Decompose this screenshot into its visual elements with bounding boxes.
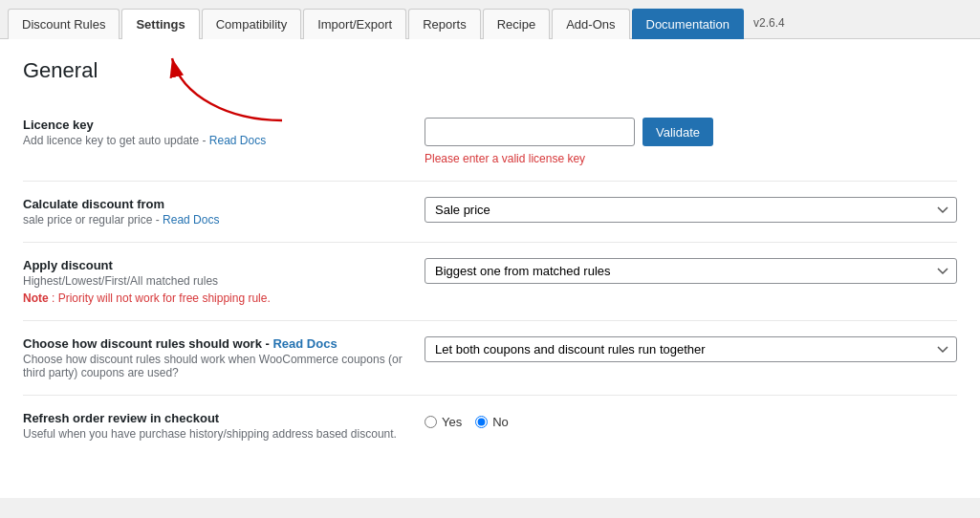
licence-title: Licence key [23, 118, 405, 132]
licence-label-col: Licence key Add licence key to get auto … [23, 118, 405, 147]
version-label: v2.6.4 [753, 16, 785, 30]
apply-label-col: Apply discount Highest/Lowest/First/All … [23, 258, 405, 305]
tab-settings[interactable]: Settings [121, 9, 199, 39]
calculate-description: sale price or regular price - Read Docs [23, 213, 405, 227]
refresh-yes-label[interactable]: Yes [425, 415, 462, 429]
apply-description: Highest/Lowest/First/All matched rules [23, 274, 405, 288]
tab-bar: Discount Rules Settings Compatibility Im… [0, 0, 980, 39]
calculate-read-docs-link[interactable]: Read Docs [163, 213, 219, 227]
calculate-title: Calculate discount from [23, 197, 405, 211]
calculate-label-col: Calculate discount from sale price or re… [23, 197, 405, 227]
tab-import-export[interactable]: Import/Export [303, 9, 406, 39]
licence-row: Validate [425, 118, 957, 146]
refresh-control-col: Yes No [425, 411, 957, 429]
refresh-title: Refresh order review in checkout [23, 411, 405, 425]
calculate-section: Calculate discount from sale price or re… [23, 182, 957, 243]
apply-title: Apply discount [23, 258, 405, 272]
coupon-title: Choose how discount rules should work - … [23, 336, 405, 351]
tab-add-ons[interactable]: Add-Ons [552, 9, 629, 39]
licence-description: Add licence key to get auto update - Rea… [23, 134, 405, 147]
refresh-radio-group: Yes No [425, 411, 957, 429]
refresh-no-label[interactable]: No [475, 415, 509, 429]
refresh-label-col: Refresh order review in checkout Useful … [23, 411, 405, 441]
licence-control-col: Validate Please enter a valid license ke… [425, 118, 957, 165]
refresh-no-radio[interactable] [475, 416, 488, 428]
coupon-control-col: Let both coupons and discount rules run … [425, 336, 957, 362]
coupon-label-col: Choose how discount rules should work - … [23, 336, 405, 379]
main-content: General Licence key Add licence key to g… [0, 39, 980, 498]
apply-note: Note : Priority will not work for free s… [23, 291, 405, 305]
coupon-select[interactable]: Let both coupons and discount rules run … [425, 336, 957, 362]
apply-control-col: Biggest one from matched rules Smallest … [425, 258, 957, 284]
calculate-control-col: Sale price Regular price [425, 197, 957, 223]
licence-read-docs-link[interactable]: Read Docs [209, 134, 266, 147]
coupon-description: Choose how discount rules should work wh… [23, 353, 405, 379]
refresh-yes-radio[interactable] [425, 416, 437, 428]
tab-reports[interactable]: Reports [408, 9, 481, 39]
apply-section: Apply discount Highest/Lowest/First/All … [23, 243, 957, 321]
apply-select[interactable]: Biggest one from matched rules Smallest … [425, 258, 957, 284]
licence-error: Please enter a valid license key [425, 152, 957, 165]
page-title: General [23, 58, 957, 83]
tab-compatibility[interactable]: Compatibility [202, 9, 301, 39]
calculate-select[interactable]: Sale price Regular price [425, 197, 957, 223]
tab-recipe[interactable]: Recipe [483, 9, 550, 39]
refresh-description: Useful when you have purchase history/sh… [23, 427, 405, 441]
tab-documentation[interactable]: Documentation [632, 9, 744, 39]
tab-discount-rules[interactable]: Discount Rules [8, 9, 120, 39]
validate-button[interactable]: Validate [642, 118, 713, 146]
coupon-read-docs-link[interactable]: Read Docs [272, 336, 337, 351]
licence-input[interactable] [425, 118, 635, 146]
licence-section: Licence key Add licence key to get auto … [23, 102, 957, 182]
coupon-section: Choose how discount rules should work - … [23, 321, 957, 396]
refresh-section: Refresh order review in checkout Useful … [23, 396, 957, 456]
